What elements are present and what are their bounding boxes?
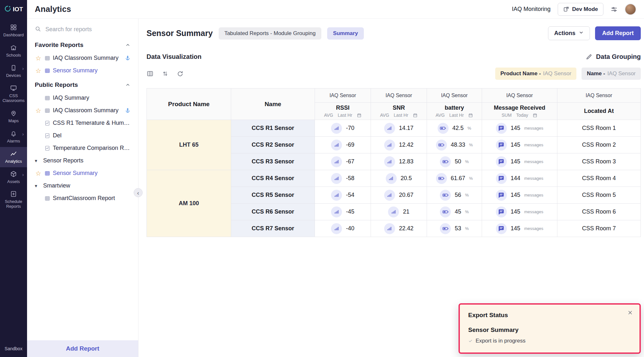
report-item-css-r1-temerature-humidity-tr[interactable]: CSS R1 Temerature & Humidity Tr... <box>27 117 138 129</box>
sidebar-add-report-button[interactable]: Add Report <box>27 340 138 357</box>
battery-icon <box>436 140 447 151</box>
star-icon[interactable]: ☆ <box>35 55 42 61</box>
nav-item-dashboard[interactable]: Dashboard <box>0 21 27 41</box>
assets-icon <box>10 170 17 178</box>
signal-icon <box>384 156 395 167</box>
grouping-chip-name[interactable]: Name - IAQ Sensor <box>582 68 641 80</box>
columns-icon[interactable] <box>147 70 154 77</box>
progress-check-icon <box>468 339 473 343</box>
chart-icon <box>44 120 50 126</box>
table-icon <box>44 108 50 114</box>
col-battery: batteryAVGLast Hr <box>427 103 482 120</box>
signal-icon <box>331 206 342 217</box>
chart-icon <box>44 145 50 151</box>
report-item-iaq-classroom-summary[interactable]: ☆IAQ Classroom Summary <box>27 52 138 64</box>
located-cell: CSS Room 4 <box>557 170 641 187</box>
settings-sliders-icon[interactable] <box>611 6 618 13</box>
sort-icon[interactable] <box>162 70 168 77</box>
located-cell: CSS Room 7 <box>557 220 641 237</box>
message-icon <box>496 190 507 201</box>
report-item-iaq-classroom-summary[interactable]: ☆IAQ Classroom Summary <box>27 104 138 117</box>
signal-icon <box>331 173 342 184</box>
metric-cell: 56% <box>427 187 482 204</box>
signal-icon <box>384 190 395 201</box>
caret-down-icon[interactable]: ▾ <box>35 158 41 164</box>
calendar-icon[interactable] <box>413 113 418 118</box>
nav-item-alarms[interactable]: Alarms› <box>0 127 27 147</box>
search-input[interactable] <box>45 26 130 33</box>
section-header-public-reports[interactable]: Public Reports <box>27 77 138 92</box>
battery-icon <box>438 123 449 134</box>
metric-cell: -58 <box>315 170 371 187</box>
signal-icon <box>384 123 395 134</box>
section-header-favorite-reports[interactable]: Favorite Reports <box>27 37 138 52</box>
signal-icon <box>384 223 395 234</box>
nav-item-maps[interactable]: Maps <box>0 106 27 127</box>
search-icon <box>35 26 41 33</box>
environment-label: IAQ Monitoring <box>512 6 551 13</box>
anchor-icon[interactable] <box>125 55 130 61</box>
report-sections: Favorite Reports☆IAQ Classroom Summary☆S… <box>27 37 138 340</box>
report-item-del[interactable]: Del <box>27 129 138 142</box>
report-item-sensor-summary[interactable]: ☆Sensor Summary <box>27 64 138 77</box>
sandbox-label[interactable]: Sandbox <box>0 341 27 357</box>
metric-cell: -54 <box>315 187 371 204</box>
toast-report-name: Sensor Summary <box>468 326 631 334</box>
table-head: Product NameNameIAQ SensorIAQ SensorIAQ … <box>147 88 641 120</box>
chevron-right-icon: › <box>22 66 24 71</box>
table-icon <box>44 55 50 61</box>
refresh-icon[interactable] <box>177 70 184 77</box>
battery-icon <box>440 190 451 201</box>
metric-cell: 20.5 <box>371 170 427 187</box>
tab-summary[interactable]: Summary <box>327 27 364 40</box>
tab-tabulated-reports[interactable]: Tabulated Reports - Module Grouping <box>219 27 322 40</box>
anchor-icon[interactable] <box>125 108 130 113</box>
star-icon[interactable]: ☆ <box>35 107 42 114</box>
message-icon <box>496 173 507 184</box>
report-item-smartview[interactable]: ▾Smartview <box>27 179 138 192</box>
message-icon <box>496 156 507 167</box>
report-item-smartclassroom-report[interactable]: SmartClassroom Report <box>27 192 138 205</box>
data-grouping-button[interactable]: Data Grouping <box>586 53 641 60</box>
star-icon[interactable]: ☆ <box>35 68 42 74</box>
caret-down-icon[interactable]: ▾ <box>35 183 41 189</box>
grouping-chip-product-name[interactable]: Product Name - IAQ Sensor <box>495 68 577 80</box>
message-icon <box>496 123 507 134</box>
metric-cell: -69 <box>315 137 371 153</box>
calendar-icon[interactable] <box>468 113 473 118</box>
nav-item-devices[interactable]: Devices› <box>0 61 27 81</box>
actions-button[interactable]: Actions <box>548 26 590 40</box>
sidebar-collapse-button[interactable]: ‹ <box>134 188 143 197</box>
located-cell: CSS Room 6 <box>557 204 641 220</box>
add-report-button[interactable]: Add Report <box>595 26 641 40</box>
calendar-icon[interactable] <box>533 113 537 118</box>
metric-cell: -40 <box>315 220 371 237</box>
report-title: Sensor Summary <box>147 29 213 38</box>
main-content: Sensor Summary Tabulated Reports - Modul… <box>138 19 644 357</box>
battery-icon <box>440 156 451 167</box>
data-visualization-title: Data Visualization <box>147 53 202 60</box>
signal-icon <box>388 206 399 217</box>
star-icon[interactable]: ☆ <box>35 170 42 177</box>
report-item-sensor-reports[interactable]: ▾Sensor Reports <box>27 154 138 167</box>
report-item-temperature-comparison-room-4[interactable]: Temperature Comparison Room 4... <box>27 142 138 154</box>
report-item-iaq-summary[interactable]: IAQ Summary <box>27 92 138 104</box>
nav-item-assets[interactable]: Assets› <box>0 167 27 188</box>
signal-icon <box>384 140 395 151</box>
app-logo: IOT <box>0 0 27 19</box>
report-item-sensor-summary[interactable]: ☆Sensor Summary <box>27 167 138 179</box>
chevron-right-icon: › <box>22 131 24 137</box>
calendar-icon[interactable] <box>357 113 362 118</box>
close-icon[interactable] <box>627 310 633 316</box>
metric-cell: 145messages <box>482 204 557 220</box>
avatar[interactable] <box>625 4 636 15</box>
dev-mode-button[interactable]: Dev Mode <box>558 3 603 16</box>
nav-item-schedule-reports[interactable]: Schedule Reports <box>0 187 27 212</box>
nav-item-analytics[interactable]: Analytics <box>0 147 27 167</box>
nav-item-schools[interactable]: Schools <box>0 41 27 61</box>
nav-item-css-classrooms[interactable]: CSS Classrooms <box>0 81 27 106</box>
group-header-iaq-sensor: IAQ Sensor <box>557 88 641 103</box>
col-snr: SNRAVGLast Hr <box>371 103 427 120</box>
located-cell: CSS Room 3 <box>557 153 641 170</box>
table-row: LHT 65CCS R1 Sensor-7014.1742.5%145messa… <box>147 120 641 137</box>
